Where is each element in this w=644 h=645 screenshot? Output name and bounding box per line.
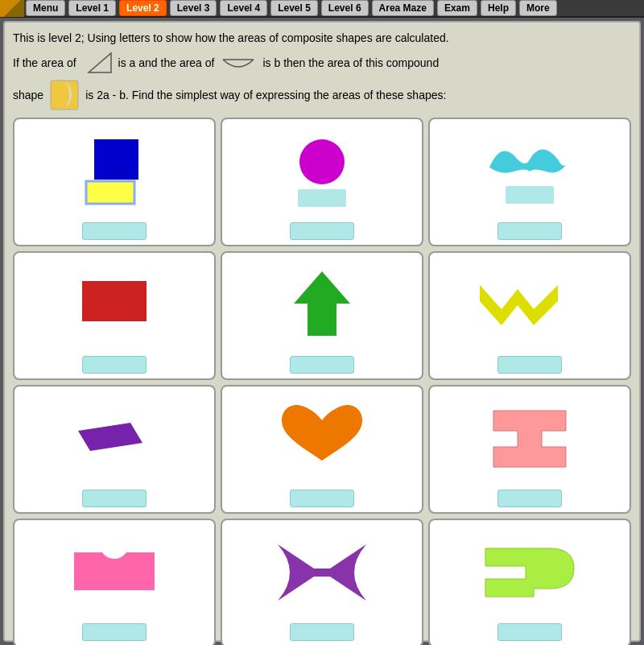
answer-box-2[interactable] bbox=[290, 222, 354, 240]
shape-svg-3 bbox=[481, 131, 578, 212]
inst-text2a: If the area of bbox=[13, 54, 76, 72]
shape-svg-10-final bbox=[66, 540, 163, 605]
shape-card-7 bbox=[13, 385, 216, 514]
nav-level5[interactable]: Level 5 bbox=[270, 0, 318, 16]
answer-box-12[interactable] bbox=[497, 623, 562, 641]
answer-box-10[interactable] bbox=[82, 623, 147, 641]
nav-more[interactable]: More bbox=[519, 0, 557, 16]
answer-box-7[interactable] bbox=[82, 490, 147, 507]
svg-marker-10 bbox=[480, 285, 558, 325]
svg-marker-11 bbox=[78, 423, 142, 451]
shape-svg-8 bbox=[274, 395, 370, 483]
svg-rect-13 bbox=[314, 569, 330, 577]
shape-svg-12 bbox=[477, 532, 582, 613]
shape-area-6 bbox=[433, 259, 626, 351]
svg-rect-7 bbox=[506, 186, 554, 204]
shape-svg-1 bbox=[66, 131, 163, 212]
shape-area-12 bbox=[433, 527, 626, 618]
answer-box-5[interactable] bbox=[290, 356, 354, 374]
nav-level3[interactable]: Level 3 bbox=[170, 0, 217, 16]
shape-area-8 bbox=[225, 393, 419, 485]
inline-triangle bbox=[82, 50, 113, 76]
nav-exam[interactable]: Exam bbox=[437, 0, 477, 16]
answer-box-3[interactable] bbox=[497, 222, 562, 240]
shape-grid bbox=[13, 118, 631, 645]
answer-box-9[interactable] bbox=[497, 490, 562, 507]
nav-corner bbox=[0, 0, 24, 17]
svg-rect-3 bbox=[94, 139, 138, 180]
shape-area-4 bbox=[18, 259, 211, 351]
shape-card-9 bbox=[428, 385, 631, 514]
shape-card-3 bbox=[428, 118, 631, 246]
shape-area-1 bbox=[18, 126, 211, 217]
answer-box-8[interactable] bbox=[290, 490, 354, 507]
nav-level1[interactable]: Level 1 bbox=[68, 0, 116, 16]
svg-rect-8 bbox=[82, 281, 147, 321]
instruction-line2: If the area of is a and the area of is b… bbox=[13, 50, 631, 76]
svg-marker-0 bbox=[89, 53, 111, 72]
main-content: This is level 2; Using letters to show h… bbox=[3, 21, 641, 642]
instructions: This is level 2; Using letters to show h… bbox=[13, 29, 631, 111]
nav-bar: Menu Level 1 Level 2 Level 3 Level 4 Lev… bbox=[0, 0, 644, 18]
nav-areamaze[interactable]: Area Maze bbox=[372, 0, 434, 16]
shape-card-5 bbox=[221, 251, 423, 380]
inline-bowl bbox=[220, 52, 257, 74]
inst-text3a: shape bbox=[13, 86, 43, 104]
instruction-text1: This is level 2; Using letters to show h… bbox=[13, 29, 449, 47]
shape-card-11 bbox=[221, 519, 423, 645]
shape-svg-7 bbox=[66, 399, 163, 479]
inline-compound bbox=[49, 79, 80, 111]
nav-menu[interactable]: Menu bbox=[26, 0, 65, 16]
shape-area-9 bbox=[433, 393, 626, 485]
svg-rect-2 bbox=[51, 81, 78, 110]
shape-card-1 bbox=[13, 118, 216, 246]
svg-rect-6 bbox=[298, 189, 346, 207]
shape-svg-11 bbox=[270, 532, 374, 613]
inst-text2b: is a and the area of bbox=[118, 54, 215, 72]
shape-svg-5 bbox=[274, 265, 370, 345]
nav-level2[interactable]: Level 2 bbox=[119, 0, 167, 16]
shape-svg-4 bbox=[66, 265, 163, 345]
nav-help[interactable]: Help bbox=[481, 0, 516, 16]
shape-svg-6 bbox=[473, 265, 586, 345]
shape-svg-2 bbox=[274, 131, 370, 212]
shape-svg-9 bbox=[477, 395, 582, 483]
shape-area-7 bbox=[18, 393, 211, 485]
shape-card-10 bbox=[13, 519, 216, 645]
shape-card-6 bbox=[428, 251, 631, 380]
shape-area-10 bbox=[18, 527, 211, 618]
svg-point-5 bbox=[299, 139, 345, 184]
answer-box-4[interactable] bbox=[82, 356, 147, 374]
instruction-line1: This is level 2; Using letters to show h… bbox=[13, 29, 631, 47]
inst-text2c: is b then the area of this compound bbox=[262, 54, 439, 72]
shape-card-2 bbox=[221, 118, 423, 246]
svg-marker-12 bbox=[493, 411, 566, 467]
nav-level4[interactable]: Level 4 bbox=[220, 0, 267, 16]
svg-marker-9 bbox=[294, 271, 350, 336]
shape-area-11 bbox=[225, 527, 419, 618]
answer-box-11[interactable] bbox=[290, 623, 354, 641]
shape-card-12 bbox=[428, 519, 631, 645]
shape-area-2 bbox=[225, 126, 419, 217]
nav-level6[interactable]: Level 6 bbox=[321, 0, 369, 16]
answer-box-1[interactable] bbox=[82, 222, 147, 240]
instruction-line3: shape is 2a - b. Find the simplest way o… bbox=[13, 79, 631, 111]
shape-card-8 bbox=[221, 385, 423, 514]
shape-area-5 bbox=[225, 259, 419, 351]
shape-area-3 bbox=[433, 126, 626, 217]
shape-card-4 bbox=[13, 251, 216, 380]
svg-rect-4 bbox=[86, 181, 134, 204]
inst-text3b: is 2a - b. Find the simplest way of expr… bbox=[85, 86, 446, 104]
answer-box-6[interactable] bbox=[497, 356, 562, 374]
